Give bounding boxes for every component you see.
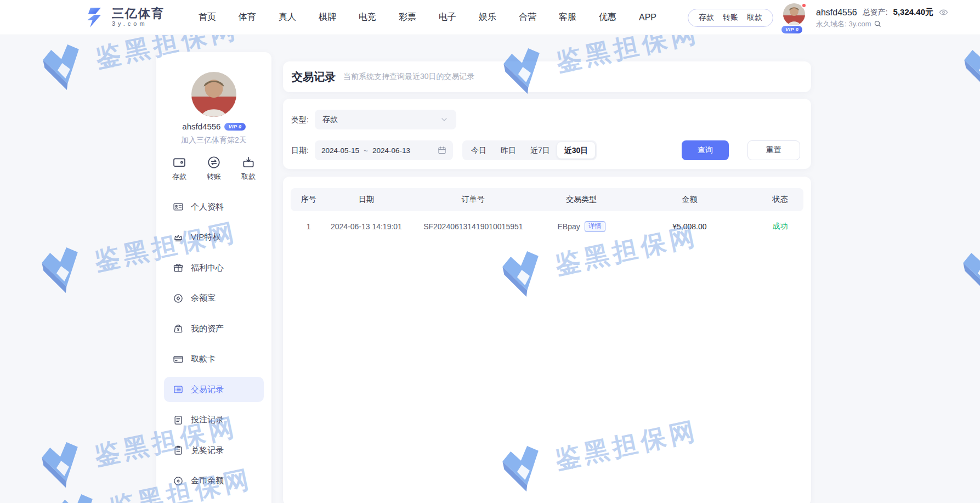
sidebar-item-profile[interactable]: 个人资料 xyxy=(164,194,264,219)
header-user-area: 存款 转账 取款 VIP 0 xyxy=(688,0,948,35)
sidebar-item-withdraw-card[interactable]: 取款卡 xyxy=(164,347,264,372)
sidebar-item-transactions[interactable]: 交易记录 xyxy=(164,377,264,402)
transfer-icon xyxy=(207,155,221,169)
sidebar-item-welfare[interactable]: 福利中心 xyxy=(164,255,264,280)
top-bar: 三亿体育 3y.com 首页 体育 真人 棋牌 电竞 彩票 电子 娱乐 合营 客… xyxy=(0,0,980,35)
date-start-value: 2024-05-15 xyxy=(321,146,359,155)
cell-date: 2024-06-13 14:19:01 xyxy=(326,222,406,231)
nav-item-slots[interactable]: 电子 xyxy=(439,12,456,23)
sidebar-item-label: 个人资料 xyxy=(191,202,224,212)
quick-action-deposit[interactable]: 存款 xyxy=(172,155,186,182)
withdraw-icon xyxy=(241,155,256,169)
header-withdraw-link[interactable]: 取款 xyxy=(747,13,762,22)
page-title-card: 交易记录 当前系统支持查询最近30日的交易记录 xyxy=(283,61,811,92)
main-nav: 首页 体育 真人 棋牌 电竞 彩票 电子 娱乐 合营 客服 优惠 APP xyxy=(199,12,656,23)
detail-tag-button[interactable]: 详情 xyxy=(585,221,605,231)
username: ahsfd4556 xyxy=(182,122,220,131)
eye-icon[interactable] xyxy=(939,8,948,17)
nav-item-app[interactable]: APP xyxy=(639,13,656,22)
date-quick-ranges: 今日 昨日 近7日 近30日 xyxy=(462,140,597,160)
range-today-button[interactable]: 今日 xyxy=(464,142,494,159)
avatar[interactable] xyxy=(191,72,236,117)
filter-card: 类型: 存款 日期: 2024-05-15 ~ 2024-06-13 今日 昨日… xyxy=(283,99,811,169)
date-range-input[interactable]: 2024-05-15 ~ 2024-06-13 xyxy=(315,140,453,160)
quick-action-transfer[interactable]: 转账 xyxy=(207,155,221,182)
total-assets-value: 5,324.40元 xyxy=(893,7,933,17)
column-header-type: 交易类型 xyxy=(540,195,622,205)
date-separator: ~ xyxy=(364,146,368,155)
header-user-info: ahsfd4556 总资产: 5,324.40元 永久域名: 3y.com xyxy=(816,7,948,29)
sidebar-item-vip[interactable]: VIP特权 xyxy=(164,225,264,250)
transactions-table-card: 序号 日期 订单号 交易类型 金额 状态 1 2024-06-13 14:19:… xyxy=(283,177,811,503)
quick-action-label: 转账 xyxy=(207,172,221,182)
join-days-text: 加入三亿体育第2天 xyxy=(156,135,271,145)
search-button[interactable]: 查询 xyxy=(682,140,729,160)
sidebar-item-gold-balance[interactable]: 金币余额 xyxy=(164,468,264,494)
type-select-value: 存款 xyxy=(322,115,440,125)
column-header-amount: 金额 xyxy=(622,195,757,205)
sidebar-item-label: 我的资产 xyxy=(191,324,224,334)
domain-value: 3y.com xyxy=(849,20,871,29)
header-deposit-link[interactable]: 存款 xyxy=(699,13,714,22)
watermark-check-logo xyxy=(32,239,92,299)
range-yesterday-button[interactable]: 昨日 xyxy=(494,142,523,159)
nav-item-service[interactable]: 客服 xyxy=(559,12,576,23)
column-header-order-no: 订单号 xyxy=(406,195,540,205)
nav-item-sports[interactable]: 体育 xyxy=(239,12,256,23)
nav-item-promo[interactable]: 优惠 xyxy=(599,12,616,23)
brand-bolt-icon xyxy=(82,7,106,29)
chevron-down-icon xyxy=(440,115,449,124)
brand-logo[interactable]: 三亿体育 3y.com xyxy=(82,7,165,29)
sidebar-item-redeem[interactable]: 兑奖记录 xyxy=(164,438,264,463)
brand-domain: 3y.com xyxy=(112,21,165,27)
bet-doc-icon xyxy=(173,415,184,426)
purse-icon xyxy=(173,323,184,334)
sidebar-item-bets[interactable]: 投注记录 xyxy=(164,408,264,433)
column-header-index: 序号 xyxy=(291,195,326,205)
cell-status: 成功 xyxy=(757,222,803,231)
gold-coin-icon xyxy=(173,476,184,487)
nav-item-entertainment[interactable]: 娱乐 xyxy=(479,12,496,23)
watermark-check-logo xyxy=(32,434,92,494)
quick-action-label: 取款 xyxy=(241,172,256,182)
page-title: 交易记录 xyxy=(292,70,336,84)
page-subtitle: 当前系统支持查询最近30日的交易记录 xyxy=(343,72,475,82)
column-header-status: 状态 xyxy=(757,195,803,205)
brand-name: 三亿体育 xyxy=(112,7,165,20)
date-end-value: 2024-06-13 xyxy=(372,146,410,155)
nav-item-home[interactable]: 首页 xyxy=(199,12,216,23)
nav-item-esports[interactable]: 电竞 xyxy=(359,12,376,23)
watermark-check-logo xyxy=(47,486,106,503)
table-header-row: 序号 日期 订单号 交易类型 金额 状态 xyxy=(291,188,803,211)
nav-item-partner[interactable]: 合营 xyxy=(519,12,536,23)
nav-item-lottery[interactable]: 彩票 xyxy=(399,12,416,23)
username: ahsfd4556 xyxy=(816,7,857,18)
range-7days-button[interactable]: 近7日 xyxy=(523,142,557,159)
page: 三亿体育 3y.com 首页 体育 真人 棋牌 电竞 彩票 电子 娱乐 合营 客… xyxy=(0,0,980,503)
sidebar-item-yuebao[interactable]: 余额宝 xyxy=(164,286,264,311)
range-30days-button[interactable]: 近30日 xyxy=(557,142,596,159)
column-header-date: 日期 xyxy=(326,195,406,205)
nav-item-chess[interactable]: 棋牌 xyxy=(319,12,336,23)
watermark-check-logo xyxy=(953,239,980,299)
payment-type: EBpay xyxy=(558,222,580,231)
header-avatar-wrap: VIP 0 xyxy=(783,3,806,32)
watermark-check-logo xyxy=(954,36,980,96)
yuebao-coin-icon xyxy=(173,293,184,304)
header-transfer-link[interactable]: 转账 xyxy=(723,13,738,22)
sidebar-item-label: 交易记录 xyxy=(191,385,224,395)
quick-actions: 存款 转账 取款 xyxy=(156,155,271,182)
total-assets-label: 总资产: xyxy=(863,8,888,17)
bank-card-icon xyxy=(173,354,184,365)
sidebar-item-assets[interactable]: 我的资产 xyxy=(164,316,264,341)
cell-amount: ¥5,008.00 xyxy=(622,222,757,231)
quick-action-withdraw[interactable]: 取款 xyxy=(241,155,256,182)
nav-item-live[interactable]: 真人 xyxy=(279,12,296,23)
type-select[interactable]: 存款 xyxy=(315,110,456,129)
search-icon[interactable] xyxy=(874,20,882,28)
cell-order-no: SF202406131419010015951 xyxy=(406,222,540,231)
redeem-clipboard-icon xyxy=(173,445,184,456)
reset-button[interactable]: 重置 xyxy=(747,140,800,160)
sidebar-item-label: 投注记录 xyxy=(191,415,224,425)
sidebar-item-label: 福利中心 xyxy=(191,263,224,273)
